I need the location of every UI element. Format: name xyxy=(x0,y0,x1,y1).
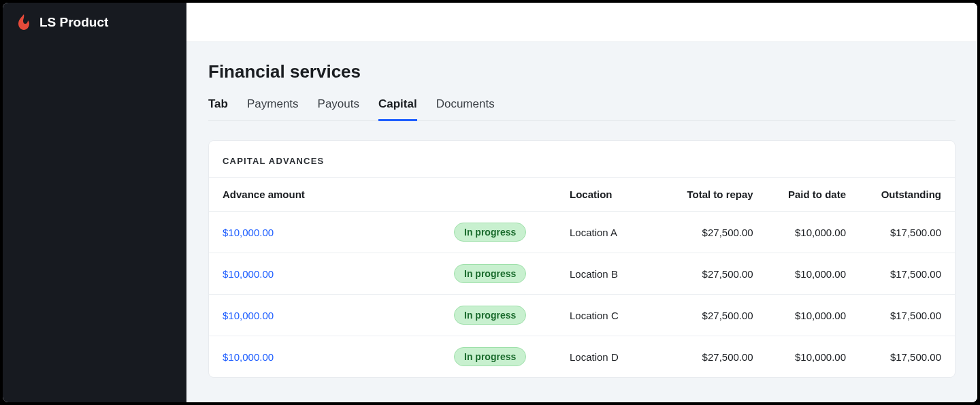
advances-table: Advance amount Location Total to repay P… xyxy=(209,177,955,377)
status-badge: In progress xyxy=(454,264,526,283)
tab-tab[interactable]: Tab xyxy=(208,97,228,121)
col-header-status xyxy=(440,178,556,212)
product-name: LS Product xyxy=(39,15,108,30)
card-header: CAPITAL ADVANCES xyxy=(209,141,955,177)
advance-amount-link[interactable]: $10,000.00 xyxy=(223,310,274,321)
advance-amount-link[interactable]: $10,000.00 xyxy=(223,351,274,363)
cell-paid-to-date: $10,000.00 xyxy=(767,295,860,336)
tab-capital[interactable]: Capital xyxy=(378,97,417,121)
col-header-outstanding: Outstanding xyxy=(860,178,955,212)
cell-outstanding: $17,500.00 xyxy=(860,336,955,378)
cell-outstanding: $17,500.00 xyxy=(860,295,955,336)
cell-location: Location B xyxy=(556,253,665,295)
col-header-amount: Advance amount xyxy=(209,178,440,212)
cell-location: Location D xyxy=(556,336,665,378)
tabs-nav: TabPaymentsPayoutsCapitalDocuments xyxy=(208,97,956,121)
cell-total-to-repay: $27,500.00 xyxy=(665,253,767,295)
cell-total-to-repay: $27,500.00 xyxy=(665,295,767,336)
table-row: $10,000.00In progressLocation D$27,500.0… xyxy=(209,336,955,378)
content-area: Financial services TabPaymentsPayoutsCap… xyxy=(186,42,977,397)
table-row: $10,000.00In progressLocation B$27,500.0… xyxy=(209,253,955,295)
sidebar: LS Product xyxy=(3,3,186,402)
table-row: $10,000.00In progressLocation A$27,500.0… xyxy=(209,212,955,253)
table-header-row: Advance amount Location Total to repay P… xyxy=(209,178,955,212)
page-title: Financial services xyxy=(208,61,956,82)
card-title: CAPITAL ADVANCES xyxy=(223,156,941,166)
cell-outstanding: $17,500.00 xyxy=(860,253,955,295)
sidebar-header: LS Product xyxy=(3,3,186,42)
tab-payments[interactable]: Payments xyxy=(247,97,299,121)
advance-amount-link[interactable]: $10,000.00 xyxy=(223,227,274,238)
tab-payouts[interactable]: Payouts xyxy=(318,97,359,121)
tab-documents[interactable]: Documents xyxy=(436,97,495,121)
cell-location: Location C xyxy=(556,295,665,336)
col-header-location: Location xyxy=(556,178,665,212)
status-badge: In progress xyxy=(454,306,526,325)
advance-amount-link[interactable]: $10,000.00 xyxy=(223,268,274,280)
col-header-paid: Paid to date xyxy=(767,178,860,212)
cell-total-to-repay: $27,500.00 xyxy=(665,336,767,378)
cell-paid-to-date: $10,000.00 xyxy=(767,336,860,378)
cell-location: Location A xyxy=(556,212,665,253)
app-window: LS Product Financial services TabPayment… xyxy=(3,3,977,402)
status-badge: In progress xyxy=(454,347,526,366)
cell-total-to-repay: $27,500.00 xyxy=(665,212,767,253)
cell-paid-to-date: $10,000.00 xyxy=(767,212,860,253)
cell-paid-to-date: $10,000.00 xyxy=(767,253,860,295)
topbar xyxy=(186,3,977,42)
status-badge: In progress xyxy=(454,223,526,242)
table-row: $10,000.00In progressLocation C$27,500.0… xyxy=(209,295,955,336)
col-header-total: Total to repay xyxy=(665,178,767,212)
main-content: Financial services TabPaymentsPayoutsCap… xyxy=(186,3,977,402)
cell-outstanding: $17,500.00 xyxy=(860,212,955,253)
flame-icon xyxy=(16,14,31,31)
capital-advances-card: CAPITAL ADVANCES Advance amount Location… xyxy=(208,140,956,378)
